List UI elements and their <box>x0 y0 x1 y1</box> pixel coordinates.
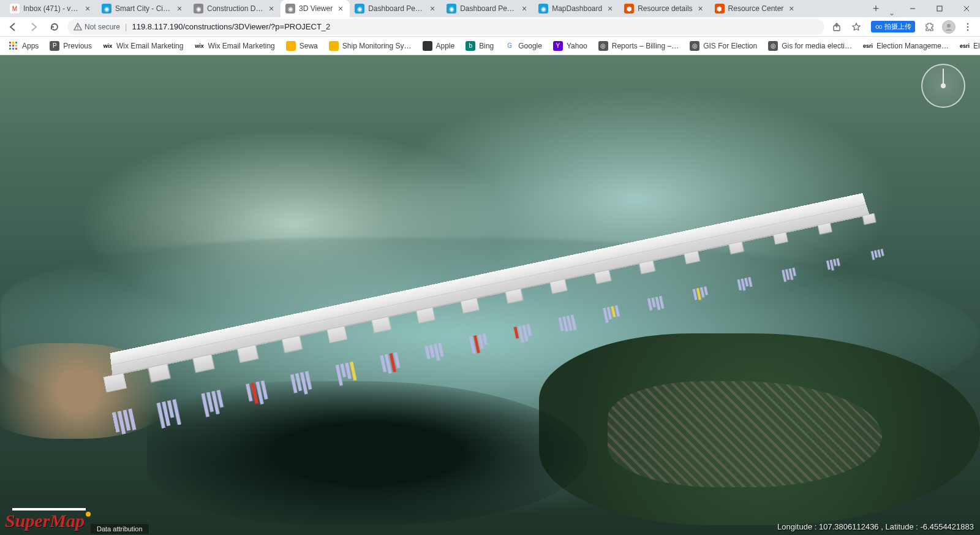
bookmark-item[interactable]: Sewa <box>282 39 322 53</box>
tab-close-button[interactable]: × <box>606 4 614 13</box>
tab-label: Dashboard Pemerinta… <box>368 4 424 13</box>
tab-close-button[interactable]: × <box>267 4 276 13</box>
tab-favicon: ◉ <box>102 4 111 13</box>
bookmark-label: GIS For Election <box>703 42 757 50</box>
bookmark-favicon <box>329 41 339 51</box>
browser-tab[interactable]: ◉3D Viewer× <box>281 0 350 17</box>
tab-label: MapDashboard <box>552 4 602 13</box>
bookmark-item[interactable]: YYahoo <box>549 39 591 53</box>
new-tab-button[interactable]: + <box>867 0 884 17</box>
svg-rect-13 <box>15 42 17 44</box>
browser-tab[interactable]: ◉Construction Demo× <box>189 0 281 17</box>
3d-viewer-canvas[interactable]: SuperMap Data attribution Longitude : 10… <box>0 55 980 535</box>
window-controls <box>899 0 980 17</box>
tab-label: Dashboard Pemerinta… <box>460 4 516 13</box>
svg-rect-14 <box>9 45 11 47</box>
browser-tab[interactable]: ⬢Resource details× <box>619 0 709 17</box>
bookmark-star-button[interactable] <box>849 20 864 34</box>
apps-shortcut[interactable]: Apps <box>5 39 42 53</box>
extensions-button[interactable] <box>922 20 937 34</box>
bookmark-label: Previous <box>63 42 92 50</box>
tab-favicon: ⬢ <box>715 4 725 13</box>
bookmark-item[interactable]: wixWix Email Marketing <box>190 39 278 53</box>
bookmark-label: Wix Email Marketing <box>116 42 183 50</box>
bookmark-favicon: wix <box>194 41 204 51</box>
upload-extension-badge[interactable]: 拍摄上传 <box>871 21 915 32</box>
bookmark-label: Sewa <box>300 42 318 50</box>
svg-rect-16 <box>15 45 17 47</box>
scale-bar <box>12 508 86 510</box>
window-minimize-button[interactable] <box>899 0 926 17</box>
bookmark-label: Bing <box>479 42 494 50</box>
browser-tab[interactable]: ◉Smart City - City Over…× <box>97 0 189 17</box>
chrome-menu-button[interactable] <box>960 20 975 34</box>
tab-close-button[interactable]: × <box>428 4 437 13</box>
bookmark-favicon: Y <box>553 41 563 51</box>
bookmark-item[interactable]: PPrevious <box>46 39 96 53</box>
bookmark-favicon: ◎ <box>690 41 699 51</box>
url-separator: | <box>125 22 127 31</box>
tab-close-button[interactable]: × <box>83 4 92 13</box>
profile-avatar-button[interactable] <box>942 20 956 34</box>
nav-forward-button[interactable] <box>26 19 42 35</box>
bookmark-favicon <box>423 41 432 51</box>
tab-close-button[interactable]: × <box>336 4 345 13</box>
tab-close-button[interactable]: × <box>787 4 796 13</box>
warning-icon <box>74 23 82 31</box>
bookmark-item[interactable]: ◎GIS For Election <box>686 39 761 53</box>
tab-strip: MInbox (471) - vellaaha…×◉Smart City - C… <box>5 0 867 17</box>
svg-rect-1 <box>937 6 942 11</box>
bookmark-favicon: P <box>50 41 59 51</box>
data-attribution-button[interactable]: Data attribution <box>91 524 149 534</box>
bookmark-item[interactable]: esriElection Manageme… <box>859 39 952 53</box>
svg-point-10 <box>967 29 969 31</box>
security-indicator[interactable]: Not secure <box>74 23 120 31</box>
svg-point-9 <box>967 26 969 28</box>
bookmark-item[interactable]: esriElection Participatio… <box>956 39 980 53</box>
svg-point-5 <box>77 28 78 29</box>
bookmark-item[interactable]: Ship Monitoring Sy… <box>325 39 415 53</box>
browser-tab[interactable]: ◉Dashboard Pemerinta…× <box>442 0 533 17</box>
coordinates-text: Longitude : 107.3806112436 , Latitude : … <box>777 522 974 531</box>
tab-label: 3D Viewer <box>299 4 333 13</box>
bookmark-favicon <box>286 41 296 51</box>
tab-label: Construction Demo <box>207 4 263 13</box>
browser-tab[interactable]: ◉MapDashboard× <box>533 0 619 17</box>
url-box[interactable]: Not secure | 119.8.117.190/constructions… <box>67 19 824 35</box>
bookmark-item[interactable]: bBing <box>462 39 497 53</box>
tab-favicon: ◉ <box>447 4 456 13</box>
window-close-button[interactable] <box>953 0 980 17</box>
svg-rect-12 <box>12 42 14 44</box>
tab-label: Inbox (471) - vellaaha… <box>23 4 80 13</box>
bookmark-item[interactable]: GGoogle <box>501 39 546 53</box>
tab-overflow-button[interactable]: ⌄ <box>884 9 899 17</box>
bookmark-label: Reports – Billing –… <box>612 42 679 50</box>
svg-point-8 <box>967 23 969 25</box>
bookmark-item[interactable]: ◎Reports – Billing –… <box>595 39 682 53</box>
svg-rect-18 <box>12 48 14 50</box>
browser-tab[interactable]: ◉Dashboard Pemerinta…× <box>350 0 442 17</box>
bookmark-item[interactable]: wixWix Email Marketing <box>99 39 187 53</box>
apps-icon <box>9 41 18 51</box>
nav-reload-button[interactable] <box>47 19 62 35</box>
window-maximize-button[interactable] <box>926 0 953 17</box>
bookmark-favicon: esri <box>960 41 970 51</box>
logo-dot-icon <box>86 512 91 517</box>
bookmark-item[interactable]: ◎Gis for media electi… <box>764 39 856 53</box>
address-bar: Not secure | 119.8.117.190/constructions… <box>0 17 980 37</box>
tab-close-button[interactable]: × <box>175 4 184 13</box>
supermap-logo: SuperMap <box>5 510 91 531</box>
tab-favicon: M <box>10 4 20 13</box>
share-button[interactable] <box>829 20 844 34</box>
tab-favicon: ◉ <box>194 4 203 13</box>
browser-tab[interactable]: ⬢Resource Center× <box>710 0 801 17</box>
avatar-icon <box>944 23 953 31</box>
browser-tab[interactable]: MInbox (471) - vellaaha…× <box>5 0 97 17</box>
compass-widget[interactable] <box>921 64 965 108</box>
tab-close-button[interactable]: × <box>696 4 705 13</box>
tab-close-button[interactable]: × <box>520 4 529 13</box>
bookmark-item[interactable]: Apple <box>419 39 459 53</box>
nav-back-button[interactable] <box>5 19 21 35</box>
bookmark-label: Election Manageme… <box>876 42 949 50</box>
logo-text: SuperMap <box>5 510 85 531</box>
